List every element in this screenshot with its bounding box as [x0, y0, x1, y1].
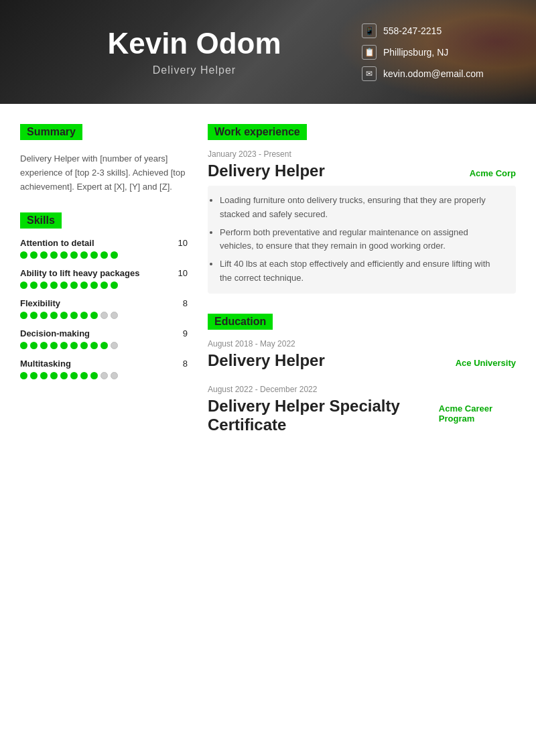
dot-filled	[60, 251, 68, 259]
skill-score: 10	[178, 238, 188, 248]
skill-score: 8	[183, 298, 188, 308]
edu-title: Delivery Helper Specialty Certificate	[208, 397, 439, 434]
company-name: Acme Corp	[470, 168, 516, 178]
job-header: Delivery Helper Acme Corp	[208, 162, 516, 180]
dot-filled	[20, 342, 27, 349]
skill-item: Flexibility 8	[20, 298, 188, 319]
skill-name: Decision-making	[20, 328, 90, 338]
dot-filled	[50, 281, 58, 289]
location-text: Phillipsburg, NJ	[383, 47, 448, 58]
skill-dots	[20, 312, 188, 319]
dot-filled	[90, 251, 98, 259]
header-left: Kevin Odom Delivery Helper	[27, 27, 362, 76]
summary-header: Summary	[20, 124, 82, 140]
dot-empty	[100, 372, 108, 379]
dot-filled	[90, 342, 98, 349]
skill-name: Flexibility	[20, 298, 60, 308]
dot-filled	[80, 281, 88, 289]
dot-filled	[70, 372, 78, 379]
email-icon: ✉	[362, 66, 377, 81]
dot-filled	[30, 281, 38, 289]
dot-filled	[80, 251, 88, 259]
skills-header: Skills	[20, 212, 62, 229]
dot-filled	[60, 342, 68, 349]
dot-empty	[111, 342, 118, 349]
summary-section: Summary Delivery Helper with [number of …	[20, 124, 188, 194]
skill-score: 8	[183, 359, 188, 369]
right-column: Work experience January 2023 - Present D…	[208, 124, 516, 449]
dot-filled	[50, 312, 58, 319]
work-experience-header: Work experience	[208, 124, 307, 140]
dot-filled	[60, 372, 68, 379]
dot-filled	[20, 372, 27, 379]
dot-filled	[80, 342, 88, 349]
dot-filled	[40, 251, 48, 259]
skill-dots	[20, 342, 188, 349]
dot-filled	[50, 342, 58, 349]
edu-title: Delivery Helper	[208, 351, 325, 370]
skill-name: Attention to detail	[20, 238, 94, 248]
edu-school: Ace University	[456, 358, 516, 368]
education-section: Education August 2018 - May 2022 Deliver…	[208, 314, 516, 434]
body: Summary Delivery Helper with [number of …	[0, 104, 536, 469]
dot-filled	[100, 251, 108, 259]
education-header: Education	[208, 314, 273, 330]
skill-item: Decision-making 9	[20, 328, 188, 349]
dot-filled	[90, 281, 98, 289]
dot-filled	[40, 342, 48, 349]
skill-score: 9	[183, 328, 188, 338]
job-bullet: Lift 40 lbs at each stop effectively and…	[220, 257, 504, 286]
job-item: January 2023 - Present Delivery Helper A…	[208, 149, 516, 294]
edu-school: Acme Career Program	[439, 403, 516, 424]
dot-filled	[60, 281, 68, 289]
skill-header: Ability to lift heavy packages 10	[20, 268, 188, 278]
summary-text: Delivery Helper with [number of years] e…	[20, 152, 188, 194]
dot-filled	[80, 312, 88, 319]
skill-item: Ability to lift heavy packages 10	[20, 268, 188, 289]
education-list: August 2018 - May 2022 Delivery Helper A…	[208, 339, 516, 434]
dot-filled	[30, 372, 38, 379]
dot-filled	[60, 312, 68, 319]
dot-filled	[50, 251, 58, 259]
dot-filled	[40, 372, 48, 379]
contact-phone: 📱 558-247-2215	[362, 23, 509, 38]
skill-dots	[20, 281, 188, 289]
skill-header: Decision-making 9	[20, 328, 188, 338]
edu-date-range: August 2018 - May 2022	[208, 339, 516, 349]
skills-section: Skills Attention to detail 10 Ability to…	[20, 212, 188, 379]
dot-filled	[70, 281, 78, 289]
contact-email: ✉ kevin.odom@email.com	[362, 66, 509, 81]
job-date-range: January 2023 - Present	[208, 149, 516, 159]
job-title: Delivery Helper	[208, 162, 325, 180]
dot-filled	[30, 312, 38, 319]
phone-number: 558-247-2215	[383, 25, 442, 36]
dot-filled	[90, 372, 98, 379]
skill-name: Multitasking	[20, 359, 71, 369]
dot-empty	[111, 312, 118, 319]
dot-filled	[20, 312, 27, 319]
skill-header: Multitasking 8	[20, 359, 188, 369]
left-column: Summary Delivery Helper with [number of …	[20, 124, 188, 449]
skill-dots	[20, 372, 188, 379]
dot-filled	[70, 251, 78, 259]
jobs-list: January 2023 - Present Delivery Helper A…	[208, 149, 516, 294]
email-text: kevin.odom@email.com	[383, 68, 484, 79]
skill-item: Attention to detail 10	[20, 238, 188, 259]
dot-filled	[111, 281, 118, 289]
dot-filled	[111, 251, 118, 259]
candidate-title: Delivery Helper	[27, 64, 362, 76]
dot-filled	[20, 281, 27, 289]
dot-filled	[40, 312, 48, 319]
dot-filled	[30, 251, 38, 259]
dot-filled	[100, 342, 108, 349]
dot-filled	[90, 312, 98, 319]
skill-name: Ability to lift heavy packages	[20, 268, 139, 278]
header: Kevin Odom Delivery Helper 📱 558-247-221…	[0, 0, 536, 104]
resume-container: Kevin Odom Delivery Helper 📱 558-247-221…	[0, 0, 536, 756]
phone-icon: 📱	[362, 23, 377, 38]
dot-filled	[70, 342, 78, 349]
contact-location: 📋 Phillipsburg, NJ	[362, 45, 509, 60]
job-bullets: Loading furniture onto delivery trucks, …	[208, 186, 516, 294]
edu-item: August 2022 - December 2022 Delivery Hel…	[208, 385, 516, 434]
dot-filled	[20, 251, 27, 259]
